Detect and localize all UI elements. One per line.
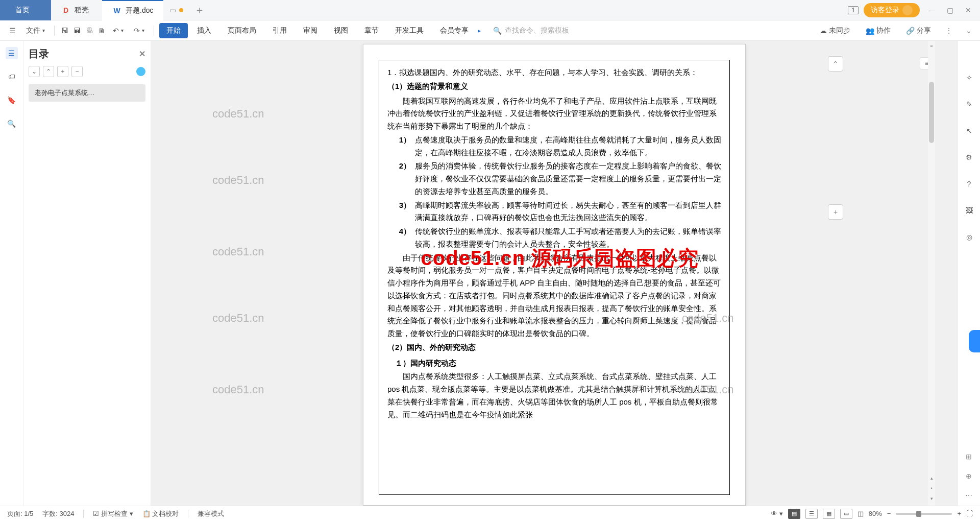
save-icon[interactable]: 🖫 xyxy=(60,26,70,36)
page-counter[interactable]: 页面: 1/5 xyxy=(7,509,33,518)
sync-button[interactable]: ☁ 未同步 xyxy=(816,24,854,37)
scroll-page-down-icon[interactable]: ▾ xyxy=(928,493,935,504)
eye-icon[interactable]: 👁 ▾ xyxy=(771,510,783,517)
watermark: code51.cn xyxy=(212,174,264,187)
scroll-page-up-icon[interactable]: ▴ xyxy=(928,473,935,483)
ruler-icon[interactable]: ◫ xyxy=(857,510,864,517)
add-heading-button[interactable]: + xyxy=(57,66,68,77)
avatar-icon xyxy=(902,5,913,15)
collapse-ribbon-icon[interactable]: ⌄ xyxy=(963,27,975,35)
tool-b-icon[interactable]: ⊕ xyxy=(963,470,975,482)
magic-icon[interactable]: ✧ xyxy=(963,72,975,84)
maximize-button[interactable]: ▢ xyxy=(943,4,957,17)
proofread-button[interactable]: 📋 文档校对 xyxy=(142,509,179,518)
doc-h1-2: （2）国内、外的研究动态 xyxy=(387,341,721,354)
outline-close-button[interactable]: ✕ xyxy=(139,49,145,59)
fullscreen-icon[interactable]: ⛶ xyxy=(966,510,973,517)
minimize-button[interactable]: — xyxy=(925,4,938,17)
view-web-icon[interactable]: ▦ xyxy=(823,509,835,519)
ribbon-tab-review[interactable]: 审阅 xyxy=(296,23,325,38)
tab-home[interactable]: 首页 xyxy=(0,0,51,20)
tag-icon[interactable]: 🏷 xyxy=(6,70,18,83)
title-bar: 首页 D 稻壳 W 开题.doc ▭ ＋ 1 访客登录 — ▢ ✕ xyxy=(0,0,980,20)
view-read-icon[interactable]: ▭ xyxy=(840,509,852,519)
doc-p1: 随着我国互联网的高速发展，各行各业均免不了和电子产品、应用软件沾上点联系，互联网… xyxy=(387,95,721,133)
scroll-up-icon[interactable]: ≡ xyxy=(928,41,935,51)
zoom-in-button[interactable]: + xyxy=(957,510,961,517)
ribbon-tab-devtools[interactable]: 开发工具 xyxy=(388,23,431,38)
settings-icon[interactable]: ⚙ xyxy=(963,151,975,163)
collab-button[interactable]: 👥 协作 xyxy=(862,24,895,37)
search-icon: 🔍 xyxy=(493,27,502,35)
ribbon-tab-start[interactable]: 开始 xyxy=(159,23,188,38)
outline-toggle-icon[interactable]: ☰ xyxy=(6,47,18,59)
page-add-button[interactable]: + xyxy=(828,204,843,220)
expand-all-button[interactable]: ⌃ xyxy=(43,66,54,77)
redo-button[interactable]: ↷ ▾ xyxy=(130,25,149,37)
ribbon-tab-insert[interactable]: 插入 xyxy=(190,23,218,38)
side-flyout-tab[interactable] xyxy=(969,330,980,352)
ribbon-tab-member[interactable]: 会员专享 xyxy=(433,23,476,38)
edit-icon[interactable]: ✎ xyxy=(963,98,975,110)
toolbar: ☰ 文件 ▾ 🖫 🖬 🖶 🗎 ↶ ▾ ↷ ▾ 开始 插入 页面布局 引用 审阅 … xyxy=(0,20,980,41)
outline-panel: 目录 ✕ ⌄ ⌃ + − 老孙电子点菜系统… xyxy=(23,41,151,506)
tab-docker[interactable]: D 稻壳 xyxy=(51,0,102,20)
right-rail: ✧ ✎ ↖ ⚙ ? 🖼 ◎ ⊞ ⊕ ⋯ xyxy=(958,41,980,506)
file-menu[interactable]: 文件 ▾ xyxy=(22,24,49,37)
undo-button[interactable]: ↶ ▾ xyxy=(109,25,128,37)
help-icon[interactable]: ? xyxy=(963,178,975,190)
circle-tool-icon[interactable]: ◎ xyxy=(963,231,975,243)
more-tools-icon[interactable]: ⋯ xyxy=(963,489,975,502)
ribbon-tab-references[interactable]: 引用 xyxy=(265,23,294,38)
zoom-out-button[interactable]: − xyxy=(887,510,891,517)
doc-heading: 1．拟选课题国内、外的研究动态、水平、存在问题，与本人学习、社会实践、调研的关系… xyxy=(387,66,721,79)
collab-icon: 👥 xyxy=(866,27,874,35)
tool-a-icon[interactable]: ⊞ xyxy=(963,451,975,463)
word-icon: W xyxy=(112,6,121,15)
outline-sync-icon[interactable] xyxy=(136,67,145,76)
select-icon[interactable]: ↖ xyxy=(963,125,975,137)
bookmark-icon[interactable]: 🔖 xyxy=(6,94,18,106)
spellcheck-button[interactable]: ☑ 拼写检查 ▾ xyxy=(93,509,133,518)
tab-sync-status: ▭ xyxy=(163,6,189,14)
view-outline-icon[interactable]: ☰ xyxy=(805,509,818,519)
search-input[interactable]: 🔍 查找命令、搜索模板 xyxy=(493,26,605,35)
doc-h2-1: １）国内研究动态 xyxy=(395,357,721,370)
search-rail-icon[interactable]: 🔍 xyxy=(6,117,18,130)
ribbon-tab-view[interactable]: 视图 xyxy=(327,23,355,38)
new-tab-button[interactable]: ＋ xyxy=(189,3,210,17)
page-collapse-button[interactable]: ⌃ xyxy=(828,56,843,72)
save-as-icon[interactable]: 🖬 xyxy=(72,26,82,36)
login-button[interactable]: 访客登录 xyxy=(864,3,920,17)
view-page-icon[interactable]: ▤ xyxy=(788,509,800,519)
unsaved-dot-icon xyxy=(179,8,183,12)
print-preview-icon[interactable]: 🗎 xyxy=(96,26,107,36)
hamburger-menu[interactable]: ☰ xyxy=(5,25,20,37)
close-button[interactable]: ✕ xyxy=(962,4,975,17)
scroll-thumb[interactable] xyxy=(929,82,934,143)
ribbon-more-icon[interactable]: ▸ xyxy=(478,27,481,34)
doc-list-1: 点餐速度取决于服务员的数量和速度，在高峰期往往点餐就消耗了大量时间，服务员人数固… xyxy=(415,134,721,159)
outline-item-1[interactable]: 老孙电子点菜系统… xyxy=(29,84,145,102)
image-tool-icon[interactable]: 🖼 xyxy=(963,204,975,217)
zoom-value[interactable]: 80% xyxy=(869,510,882,517)
outline-tools: ⌄ ⌃ + − xyxy=(29,66,145,77)
outline-title: 目录 xyxy=(29,47,49,61)
scroll-dot-icon[interactable]: • xyxy=(928,483,935,493)
collapse-all-button[interactable]: ⌄ xyxy=(29,66,40,77)
doc-list-2: 服务员的消费体验，传统餐饮行业服务员的接客态度在一定程度上影响着客户的食欲、餐饮… xyxy=(415,160,721,198)
toolbar-more-icon[interactable]: ⋮ xyxy=(942,27,955,35)
ribbon-tab-layout[interactable]: 页面布局 xyxy=(220,23,263,38)
share-button[interactable]: 🔗 分享 xyxy=(902,24,935,37)
print-icon[interactable]: 🖶 xyxy=(84,26,94,36)
tab-document[interactable]: W 开题.doc xyxy=(102,0,163,20)
notification-badge[interactable]: 1 xyxy=(848,6,859,14)
ribbon-tab-section[interactable]: 章节 xyxy=(357,23,386,38)
word-count[interactable]: 字数: 3024 xyxy=(42,509,74,518)
tab-docker-label: 稻壳 xyxy=(75,6,89,15)
watermark: code51.cn xyxy=(212,383,264,396)
doc-h1-1: （1）选题的背景和意义 xyxy=(387,80,721,93)
remove-heading-button[interactable]: − xyxy=(71,66,83,77)
zoom-slider[interactable] xyxy=(896,513,952,515)
vertical-scrollbar[interactable]: ≡ ▴ • ▾ xyxy=(928,41,935,506)
